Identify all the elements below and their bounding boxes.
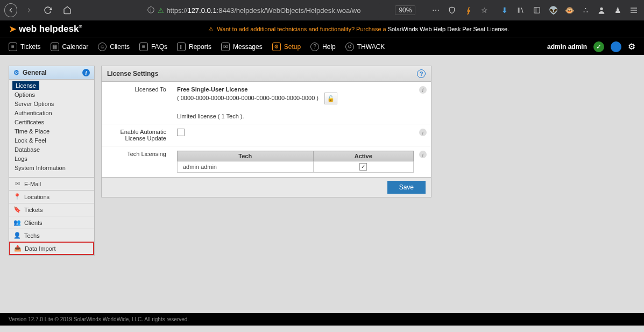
- license-serial: ( 0000-0000-0000-0000-0000-0000-0000-000…: [177, 95, 319, 101]
- sidebar-cat-locations[interactable]: 📍Locations: [9, 190, 94, 203]
- save-button[interactable]: Save: [387, 181, 426, 194]
- greasemonkey-icon[interactable]: 🐵: [563, 4, 575, 17]
- sidebar-item-certificates[interactable]: Certificates: [12, 118, 91, 126]
- status-icon[interactable]: ✓: [593, 41, 604, 52]
- zoom-indicator[interactable]: 90%: [395, 5, 415, 15]
- note-icon[interactable]: ∮: [462, 4, 474, 17]
- list-icon: ≡: [9, 43, 17, 51]
- account-icon[interactable]: [596, 4, 607, 17]
- sidebar-section-general[interactable]: ⚙ General i: [9, 66, 94, 80]
- info-icon[interactable]: i: [82, 69, 90, 76]
- mail-icon: ✉: [13, 180, 21, 187]
- nav-thwack[interactable]: ↺THWACK: [345, 43, 385, 51]
- nav-clients[interactable]: ☺Clients: [98, 43, 130, 51]
- info-icon: ⓘ: [147, 5, 154, 15]
- td-tech: admin admin: [178, 161, 314, 173]
- auto-update-checkbox[interactable]: [177, 129, 185, 136]
- panel-header: License Settings ?: [101, 66, 431, 81]
- sidebar-cat-tickets[interactable]: 🔖Tickets: [9, 203, 94, 216]
- sidebar-head-label: General: [23, 69, 47, 76]
- svg-rect-0: [534, 8, 540, 13]
- sidebar-item-system-info[interactable]: System Information: [12, 164, 91, 172]
- main-area: ⚙ General i License Options Server Optio…: [0, 55, 644, 305]
- row-info-icon[interactable]: i: [419, 86, 427, 94]
- row-licensed-to: Licensed To Free Single-User License ( 0…: [102, 82, 431, 124]
- th-tech: Tech: [178, 151, 314, 161]
- sidebar-item-database[interactable]: Database: [12, 145, 91, 154]
- browser-toolbar: ⓘ ⚠ https://127.0.0.1:8443/helpdesk/WebO…: [0, 0, 644, 20]
- shield-icon[interactable]: [446, 4, 458, 17]
- row-info-icon[interactable]: i: [419, 129, 427, 136]
- library-icon[interactable]: [515, 4, 527, 17]
- row-label: Licensed To: [102, 82, 172, 124]
- warning-icon: ⚠: [208, 26, 214, 33]
- nav-tickets[interactable]: ≡Tickets: [9, 43, 41, 51]
- calendar-icon: ▦: [51, 43, 59, 51]
- sidebar-item-look-feel[interactable]: Look & Feel: [12, 136, 91, 145]
- nav-help[interactable]: ?Help: [310, 43, 336, 51]
- sidebar-cat-email[interactable]: ✉E-Mail: [9, 177, 94, 190]
- import-icon: 📥: [14, 245, 22, 252]
- sidebar-item-logs[interactable]: Logs: [12, 154, 91, 163]
- svg-point-2: [600, 8, 603, 10]
- app-header: ➤ web helpdesk® ⚠ Want to add additional…: [0, 20, 644, 38]
- content-panel: License Settings ? Licensed To Free Sing…: [101, 66, 431, 305]
- table-row: admin admin: [178, 161, 414, 173]
- settings-icon[interactable]: ⚙: [628, 41, 635, 52]
- logo-arrow-icon: ➤: [9, 23, 17, 35]
- setup-sidebar: ⚙ General i License Options Server Optio…: [9, 66, 95, 305]
- menu-icon[interactable]: [628, 4, 640, 17]
- tech-active-checkbox[interactable]: [359, 163, 367, 171]
- star-icon[interactable]: ☆: [478, 4, 490, 17]
- mail-icon: ✉: [221, 43, 230, 51]
- row-info-icon[interactable]: i: [419, 151, 427, 158]
- row-label: Tech Licensing: [102, 146, 172, 177]
- nav-reports[interactable]: ⫿Reports: [177, 43, 211, 51]
- back-button[interactable]: [4, 3, 17, 17]
- sidebar-toggle-icon[interactable]: [531, 4, 543, 17]
- download-icon[interactable]: ⬇: [499, 4, 511, 17]
- lock-warn-icon: ⚠: [158, 6, 164, 15]
- script-icon[interactable]: ∴: [579, 4, 591, 17]
- sidebar-item-time-place[interactable]: Time & Place: [12, 127, 91, 136]
- sidebar-item-authentication[interactable]: Authentication: [12, 109, 91, 117]
- sidebar-cat-clients[interactable]: 👥Clients: [9, 216, 94, 229]
- row-tech-licensing: Tech Licensing TechActive admin admin i: [102, 146, 431, 177]
- location-icon: 📍: [13, 193, 21, 200]
- nav-messages[interactable]: ✉Messages: [221, 43, 263, 51]
- panel-footer: Save: [101, 178, 431, 197]
- app-logo: ➤ web helpdesk®: [9, 23, 82, 35]
- license-note: Limited license ( 1 Tech ).: [177, 113, 414, 119]
- page-footer: Version 12.7.0 Lite © 2019 SolarWinds Wo…: [0, 313, 644, 326]
- sidebar-item-server-options[interactable]: Server Options: [12, 100, 91, 108]
- panel-help-icon[interactable]: ?: [417, 69, 426, 78]
- sidebar-item-license[interactable]: License: [12, 81, 39, 90]
- nav-faqs[interactable]: ≡FAQs: [139, 43, 167, 51]
- logo-text: web helpdesk®: [19, 24, 82, 34]
- nav-setup[interactable]: ⚙Setup: [272, 43, 301, 51]
- forward-button[interactable]: [22, 2, 36, 18]
- panel-title: License Settings: [107, 70, 158, 77]
- url-bar[interactable]: ⓘ ⚠ https://127.0.0.1:8443/helpdesk/WebO…: [143, 3, 380, 18]
- main-nav: ≡Tickets ▦Calendar ☺Clients ≡FAQs ⫿Repor…: [0, 38, 644, 55]
- more-icon[interactable]: ⋯: [430, 4, 442, 17]
- sidebar-item-options[interactable]: Options: [12, 90, 91, 99]
- nav-calendar[interactable]: ▦Calendar: [51, 43, 89, 51]
- url-text: https://127.0.0.1:8443/helpdesk/WebObjec…: [166, 6, 360, 15]
- sidebar-cat-techs[interactable]: 👤Techs: [9, 229, 94, 242]
- gear-icon: ⚙: [272, 43, 281, 51]
- license-type: Free Single-User License: [177, 86, 247, 93]
- sidebar-general-list: License Options Server Options Authentic…: [9, 80, 94, 177]
- promo-banner[interactable]: ⚠ Want to add additional technicians and…: [82, 26, 635, 33]
- techs-icon: 👤: [13, 232, 21, 239]
- reddit-icon[interactable]: 👽: [547, 4, 559, 17]
- current-user[interactable]: admin admin: [547, 43, 587, 51]
- clients-icon: 👥: [13, 219, 21, 226]
- home-button[interactable]: [60, 2, 74, 18]
- sidebar-cat-data-import[interactable]: 📥Data Import: [9, 242, 94, 255]
- unlock-button[interactable]: 🔓: [324, 93, 337, 104]
- th-active: Active: [313, 151, 414, 161]
- lamp-icon[interactable]: ♟: [612, 4, 624, 17]
- profile-icon[interactable]: 👤: [611, 41, 621, 52]
- reload-button[interactable]: [40, 2, 55, 18]
